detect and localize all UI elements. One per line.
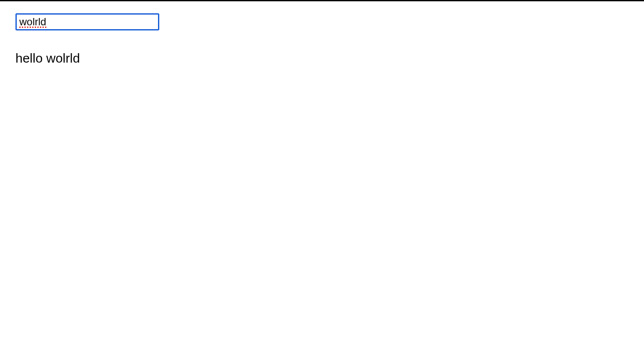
text-input[interactable] [15, 13, 159, 30]
text-input-wrapper [15, 13, 159, 30]
content-area: hello wolrld [0, 1, 644, 78]
output-text: hello wolrld [15, 51, 629, 66]
